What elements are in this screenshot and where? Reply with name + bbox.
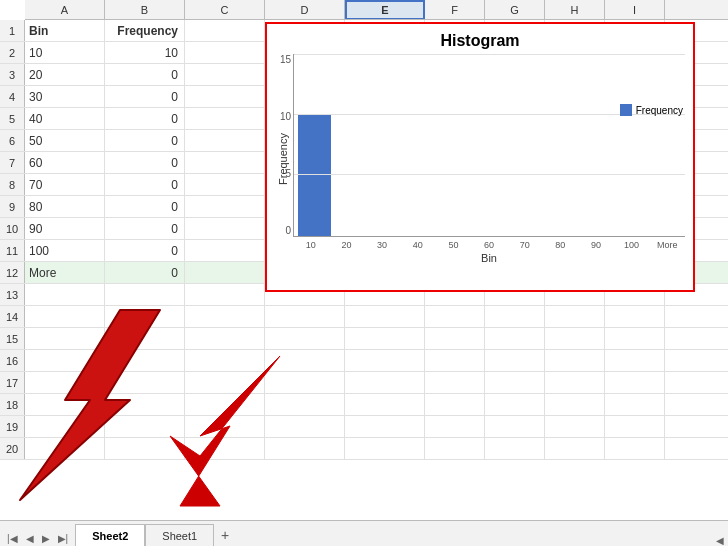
cell-c9[interactable]: [185, 196, 265, 217]
cell-f15[interactable]: [425, 328, 485, 349]
cell-e18[interactable]: [345, 394, 425, 415]
cell-i16[interactable]: [605, 350, 665, 371]
tab-scroll-left-start[interactable]: |◀: [4, 531, 21, 546]
cell-g14[interactable]: [485, 306, 545, 327]
tab-scroll-right-btn[interactable]: ▶: [39, 531, 53, 546]
col-header-a[interactable]: A: [25, 0, 105, 19]
cell-h20[interactable]: [545, 438, 605, 459]
cell-c15[interactable]: [185, 328, 265, 349]
cell-c19[interactable]: [185, 416, 265, 437]
cell-b15[interactable]: [105, 328, 185, 349]
cell-a13[interactable]: [25, 284, 105, 305]
cell-b17[interactable]: [105, 372, 185, 393]
cell-a5[interactable]: 40: [25, 108, 105, 129]
cell-e15[interactable]: [345, 328, 425, 349]
cell-a14[interactable]: [25, 306, 105, 327]
cell-c2[interactable]: [185, 42, 265, 63]
cell-c20[interactable]: [185, 438, 265, 459]
cell-a20[interactable]: [25, 438, 105, 459]
cell-e17[interactable]: [345, 372, 425, 393]
cell-h17[interactable]: [545, 372, 605, 393]
cell-b20[interactable]: [105, 438, 185, 459]
cell-d17[interactable]: [265, 372, 345, 393]
col-header-d[interactable]: D: [265, 0, 345, 19]
cell-i20[interactable]: [605, 438, 665, 459]
cell-h14[interactable]: [545, 306, 605, 327]
cell-b2[interactable]: 10: [105, 42, 185, 63]
cell-f19[interactable]: [425, 416, 485, 437]
cell-c18[interactable]: [185, 394, 265, 415]
cell-c4[interactable]: [185, 86, 265, 107]
cell-a16[interactable]: [25, 350, 105, 371]
cell-f16[interactable]: [425, 350, 485, 371]
tab-scroll-indicator[interactable]: ◀: [712, 535, 728, 546]
cell-b13[interactable]: [105, 284, 185, 305]
cell-c1[interactable]: [185, 20, 265, 41]
cell-c14[interactable]: [185, 306, 265, 327]
cell-c17[interactable]: [185, 372, 265, 393]
tab-scroll-right-end[interactable]: ▶|: [55, 531, 72, 546]
cell-i15[interactable]: [605, 328, 665, 349]
cell-b14[interactable]: [105, 306, 185, 327]
cell-d19[interactable]: [265, 416, 345, 437]
col-header-i[interactable]: I: [605, 0, 665, 19]
cell-a11[interactable]: 100: [25, 240, 105, 261]
cell-a6[interactable]: 50: [25, 130, 105, 151]
cell-f18[interactable]: [425, 394, 485, 415]
cell-h15[interactable]: [545, 328, 605, 349]
cell-c6[interactable]: [185, 130, 265, 151]
cell-c3[interactable]: [185, 64, 265, 85]
cell-b19[interactable]: [105, 416, 185, 437]
tab-scroll-left[interactable]: ◀: [23, 531, 37, 546]
cell-c7[interactable]: [185, 152, 265, 173]
col-header-c[interactable]: C: [185, 0, 265, 19]
cell-d20[interactable]: [265, 438, 345, 459]
cell-b16[interactable]: [105, 350, 185, 371]
cell-b6[interactable]: 0: [105, 130, 185, 151]
cell-c5[interactable]: [185, 108, 265, 129]
cell-d14[interactable]: [265, 306, 345, 327]
cell-g19[interactable]: [485, 416, 545, 437]
cell-a4[interactable]: 30: [25, 86, 105, 107]
cell-b3[interactable]: 0: [105, 64, 185, 85]
cell-f20[interactable]: [425, 438, 485, 459]
cell-i17[interactable]: [605, 372, 665, 393]
cell-g15[interactable]: [485, 328, 545, 349]
cell-a19[interactable]: [25, 416, 105, 437]
col-header-h[interactable]: H: [545, 0, 605, 19]
cell-d16[interactable]: [265, 350, 345, 371]
cell-a12[interactable]: More: [25, 262, 105, 283]
cell-b9[interactable]: 0: [105, 196, 185, 217]
cell-a2[interactable]: 10: [25, 42, 105, 63]
cell-i14[interactable]: [605, 306, 665, 327]
col-header-b[interactable]: B: [105, 0, 185, 19]
col-header-e[interactable]: E: [345, 0, 425, 19]
cell-a15[interactable]: [25, 328, 105, 349]
cell-e20[interactable]: [345, 438, 425, 459]
cell-a17[interactable]: [25, 372, 105, 393]
cell-b12[interactable]: 0: [105, 262, 185, 283]
cell-g18[interactable]: [485, 394, 545, 415]
cell-f17[interactable]: [425, 372, 485, 393]
col-header-g[interactable]: G: [485, 0, 545, 19]
cell-c8[interactable]: [185, 174, 265, 195]
cell-c16[interactable]: [185, 350, 265, 371]
cell-a10[interactable]: 90: [25, 218, 105, 239]
cell-a8[interactable]: 70: [25, 174, 105, 195]
cell-h16[interactable]: [545, 350, 605, 371]
cell-c12[interactable]: [185, 262, 265, 283]
cell-g17[interactable]: [485, 372, 545, 393]
histogram-chart[interactable]: Histogram Frequency 15 10 5 0: [265, 22, 695, 292]
cell-b18[interactable]: [105, 394, 185, 415]
col-header-f[interactable]: F: [425, 0, 485, 19]
tab-sheet1[interactable]: Sheet1: [145, 524, 214, 546]
cell-e16[interactable]: [345, 350, 425, 371]
cell-c11[interactable]: [185, 240, 265, 261]
cell-a1[interactable]: Bin: [25, 20, 105, 41]
cell-b4[interactable]: 0: [105, 86, 185, 107]
cell-e19[interactable]: [345, 416, 425, 437]
cell-a18[interactable]: [25, 394, 105, 415]
cell-g16[interactable]: [485, 350, 545, 371]
cell-b5[interactable]: 0: [105, 108, 185, 129]
cell-c13[interactable]: [185, 284, 265, 305]
